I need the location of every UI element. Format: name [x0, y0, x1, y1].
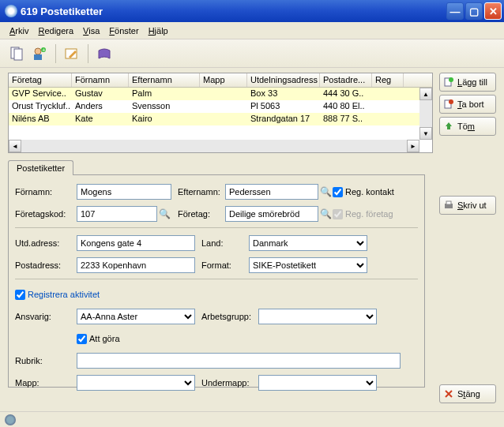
print-button[interactable]: Skriv ut [439, 196, 496, 215]
maximize-button[interactable]: ▢ [465, 2, 483, 20]
svg-point-8 [449, 77, 453, 82]
reg-kontakt-checkbox[interactable] [333, 187, 343, 197]
status-bar [0, 411, 504, 427]
table-cell [200, 88, 247, 100]
postadress-input[interactable] [77, 257, 195, 273]
close-button[interactable]: Stäng [439, 384, 496, 403]
attgora-label: Att göra [89, 334, 120, 343]
add-icon [443, 77, 454, 88]
mapp-label: Mapp: [15, 378, 77, 388]
postadress-label: Postadress: [15, 260, 77, 270]
foretagskod-input[interactable] [77, 206, 157, 222]
table-cell: Pl 5063 [247, 100, 320, 113]
table-cell: Gustav [72, 88, 129, 100]
ansvarig-label: Ansvarig: [15, 312, 77, 321]
toolbar: + [0, 39, 504, 68]
foretag-input[interactable] [225, 206, 318, 222]
toolbar-book-icon[interactable] [93, 43, 115, 65]
efternamn-label: Efternamn: [171, 187, 225, 197]
minimize-button[interactable]: — [446, 2, 464, 20]
ansvarig-select[interactable]: AA-Anna Aster [77, 309, 195, 324]
title-bar: 619 Postetiketter — ▢ ✕ [0, 0, 504, 22]
add-button[interactable]: Lägg till [439, 73, 496, 92]
attgora-checkbox[interactable] [77, 334, 87, 344]
column-header[interactable]: Företag [9, 73, 72, 87]
table-cell: 440 80 El.. [320, 100, 372, 113]
foretag-label: Företag: [171, 209, 225, 219]
column-header[interactable]: Efternamn [129, 73, 200, 87]
column-header[interactable]: Förnamn [72, 73, 129, 87]
table-cell: Palm [129, 88, 200, 100]
toolbar-separator [88, 44, 88, 63]
menu-fonster[interactable]: Fönster [104, 24, 143, 37]
land-select[interactable]: Danmark [249, 235, 367, 251]
horizontal-scrollbar[interactable]: ◄► [9, 140, 419, 152]
table-cell: Box 33 [247, 88, 320, 100]
registrera-label: Registrera aktivitet [28, 290, 100, 299]
search-icon[interactable]: 🔍 [157, 206, 171, 222]
toolbar-edit-icon[interactable] [61, 43, 83, 65]
menu-arkiv[interactable]: Arkiv [5, 24, 33, 37]
table-cell [372, 100, 404, 113]
land-label: Land: [195, 238, 249, 248]
reg-foretag-checkbox [333, 209, 343, 219]
fornamn-label: Förnamn: [15, 187, 77, 197]
rubrik-label: Rubrik: [15, 356, 77, 365]
vertical-scrollbar[interactable]: ▲▼ [419, 88, 432, 140]
table-cell: 444 30 G.. [320, 88, 372, 100]
menu-redigera[interactable]: Redigera [33, 24, 78, 37]
reg-kontakt-label: Reg. kontakt [345, 187, 394, 197]
table-cell: Strandgatan 17 [247, 113, 320, 125]
table-cell [372, 113, 404, 125]
toolbar-new-icon[interactable] [5, 43, 27, 65]
column-header[interactable]: Reg [372, 73, 404, 87]
column-header[interactable]: Utdelningsadress [247, 73, 320, 87]
data-grid[interactable]: FöretagFörnamnEfternamnMappUtdelningsadr… [8, 73, 433, 153]
table-cell: Orust Tryckluf.. [9, 100, 72, 113]
format-select[interactable]: SIKE-Postetikett [249, 257, 367, 273]
search-icon[interactable]: 🔍 [318, 206, 333, 222]
svg-rect-12 [446, 201, 451, 204]
table-cell: GVP Service.. [9, 88, 72, 100]
undermapp-select[interactable] [258, 375, 377, 391]
status-icon [5, 414, 16, 425]
table-cell [372, 88, 404, 100]
utdadress-input[interactable] [77, 235, 195, 251]
mapp-select[interactable] [77, 375, 195, 391]
tab-content: Förnamn: Efternamn: 🔍 Reg. kontakt Föret… [8, 174, 425, 388]
table-cell [200, 113, 247, 125]
menu-bar: Arkiv Redigera Visa Fönster Hjälp [0, 22, 504, 39]
arbetsgrupp-select[interactable] [258, 309, 377, 324]
recycle-icon [443, 121, 454, 132]
clear-button[interactable]: Töm [439, 117, 496, 136]
tab-postetiketter[interactable]: Postetiketter [8, 160, 73, 175]
format-label: Format: [195, 260, 249, 270]
registrera-checkbox[interactable] [15, 290, 25, 300]
table-row[interactable]: GVP Service..GustavPalmBox 33444 30 G.. [9, 88, 432, 100]
svg-rect-3 [34, 54, 42, 60]
utdadress-label: Utd.adress: [15, 238, 77, 248]
close-window-button[interactable]: ✕ [484, 2, 502, 20]
efternamn-input[interactable] [225, 184, 318, 200]
fornamn-input[interactable] [77, 184, 171, 200]
menu-hjalp[interactable]: Hjälp [144, 24, 173, 37]
rubrik-input[interactable] [77, 353, 401, 369]
table-cell: 888 77 S.. [320, 113, 372, 125]
table-cell: Kairo [129, 113, 200, 125]
column-header[interactable]: Mapp [200, 73, 247, 87]
column-header[interactable]: Postadre... [320, 73, 372, 87]
printer-icon [443, 200, 454, 211]
arbetsgrupp-label: Arbetsgrupp: [195, 312, 258, 321]
close-x-icon [443, 388, 454, 399]
table-row[interactable]: Orust Tryckluf..AndersSvenssonPl 5063440… [9, 100, 432, 113]
menu-visa[interactable]: Visa [78, 24, 104, 37]
table-row[interactable]: Niléns ABKateKairoStrandgatan 17888 77 S… [9, 113, 432, 125]
toolbar-adduser-icon[interactable]: + [28, 43, 51, 65]
delete-button[interactable]: Ta bort [439, 95, 496, 114]
delete-icon [443, 99, 454, 110]
table-cell [200, 100, 247, 113]
content-area: FöretagFörnamnEfternamnMappUtdelningsadr… [0, 68, 504, 427]
window-title: 619 Postetiketter [21, 6, 446, 17]
undermapp-label: Undermapp: [195, 378, 258, 388]
search-icon[interactable]: 🔍 [318, 184, 333, 200]
